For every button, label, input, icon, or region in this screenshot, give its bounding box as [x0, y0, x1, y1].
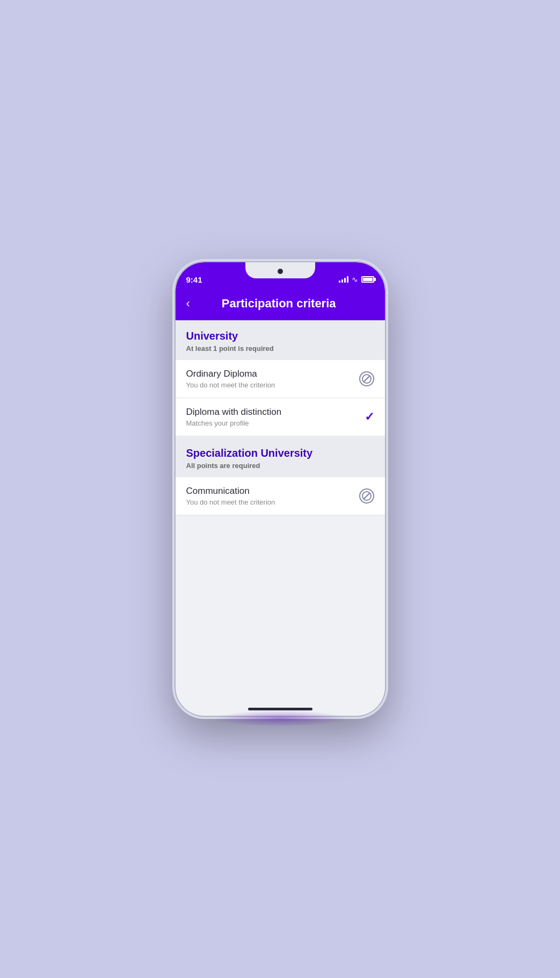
svg-line-3: [363, 493, 370, 499]
status-icons: ∿: [339, 275, 374, 284]
list-item-text: Ordinary Diploma You do not meet the cri…: [186, 369, 359, 389]
item-title-distinction: Diploma with distinction: [186, 407, 365, 418]
phone-shadow: [213, 710, 347, 727]
list-item-text: Communication You do not meet the criter…: [186, 486, 359, 506]
section-header-university: University At least 1 point is required: [176, 320, 385, 360]
status-time: 9:41: [186, 275, 202, 284]
item-subtitle-ordinary: You do not meet the criterion: [186, 381, 359, 389]
section-subtitle-specialization: All points are required: [186, 462, 374, 470]
not-met-icon-communication: [359, 488, 374, 504]
check-icon-distinction: ✓: [365, 410, 374, 424]
section-title-specialization: Specialization University: [186, 447, 374, 459]
item-subtitle-distinction: Matches your profile: [186, 419, 365, 427]
app-header: ‹ Participation criteria: [176, 289, 385, 320]
phone-shell: 9:41 ∿ ‹ Participation criteria: [176, 262, 385, 716]
phone-screen: 9:41 ∿ ‹ Participation criteria: [176, 262, 385, 716]
svg-point-0: [362, 375, 371, 383]
notch: [245, 262, 315, 278]
item-title-ordinary: Ordinary Diploma: [186, 369, 359, 379]
section-title-university: University: [186, 330, 374, 342]
slash-circle-icon: [361, 373, 372, 384]
list-item-ordinary-diploma: Ordinary Diploma You do not meet the cri…: [176, 360, 385, 398]
empty-area: [176, 515, 385, 677]
not-met-icon-ordinary: [359, 371, 374, 386]
list-item-text: Diploma with distinction Matches your pr…: [186, 407, 365, 427]
section-header-specialization: Specialization University All points are…: [176, 437, 385, 477]
svg-line-1: [363, 376, 370, 382]
battery-icon: [361, 276, 374, 283]
signal-icon: [339, 276, 348, 283]
page-title: Participation criteria: [199, 297, 359, 311]
slash-circle-icon-comm: [361, 491, 372, 501]
item-title-communication: Communication: [186, 486, 359, 497]
wifi-icon: ∿: [352, 275, 358, 284]
status-bar: 9:41 ∿: [176, 262, 385, 289]
list-item-diploma-distinction: Diploma with distinction Matches your pr…: [176, 398, 385, 436]
list-item-communication: Communication You do not meet the criter…: [176, 477, 385, 515]
item-subtitle-communication: You do not meet the criterion: [186, 498, 359, 506]
svg-point-2: [362, 492, 371, 500]
camera-notch: [278, 269, 283, 274]
back-button[interactable]: ‹: [186, 298, 190, 310]
content-area: University At least 1 point is required …: [176, 320, 385, 708]
section-subtitle-university: At least 1 point is required: [186, 344, 374, 353]
